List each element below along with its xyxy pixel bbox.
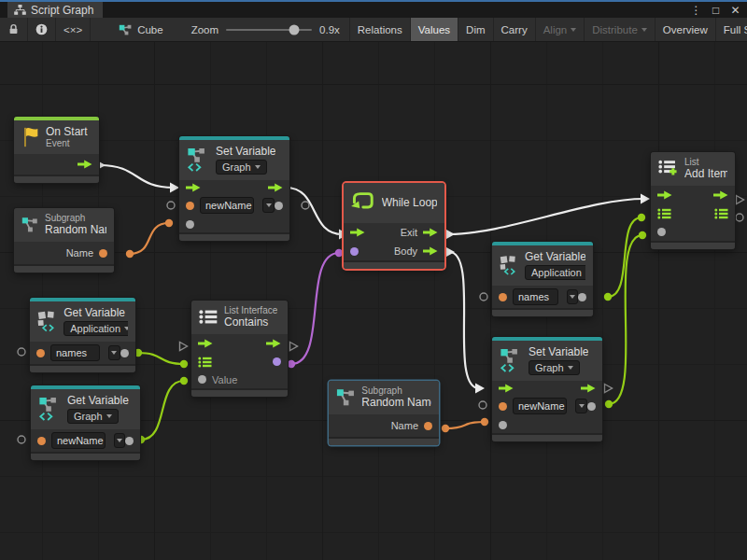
flow-input-port[interactable] [499, 384, 514, 393]
flow-output-port[interactable] [581, 384, 596, 393]
tab-script-graph[interactable]: Script Graph [7, 2, 103, 18]
variable-name-dropdown[interactable]: names [50, 344, 100, 361]
name-input-port[interactable] [37, 437, 46, 445]
variable-scope-dropdown[interactable]: Graph [216, 160, 267, 175]
toolbar-button-distribute[interactable]: Distribute [584, 18, 655, 41]
graph-canvas[interactable]: On Start Event [0, 42, 747, 560]
flow-input-port[interactable] [350, 228, 365, 237]
value-output-port[interactable] [120, 349, 129, 357]
info-icon[interactable] [28, 18, 56, 41]
unconnected-port-circle[interactable] [302, 202, 309, 209]
unconnected-port-circle[interactable] [479, 401, 486, 409]
toolbar-button-align[interactable]: Align [535, 18, 585, 41]
list-output-port[interactable] [714, 208, 728, 219]
wire-set-variable-to-while-loop[interactable] [286, 188, 343, 234]
flow-output-port[interactable] [713, 190, 728, 200]
node-footer [14, 264, 114, 273]
window-menu-icon[interactable]: ⋮ [688, 3, 704, 18]
toolbar-button-fullscreen[interactable]: Full Screen [715, 18, 747, 41]
node-add-item[interactable]: List Add Item [651, 152, 735, 249]
wire-names-to-contains-list[interactable] [138, 353, 184, 364]
wire-random-name-to-set-variable-right-value[interactable] [445, 422, 485, 428]
node-set-variable-top[interactable]: Set Variable Graph newName [179, 136, 289, 241]
flow-input-port[interactable] [657, 190, 672, 200]
variable-scope-dropdown[interactable]: Application [63, 321, 128, 336]
unconnected-flow-triangle[interactable] [737, 196, 744, 204]
variable-name-dropdown[interactable]: newName [513, 398, 567, 414]
node-contains[interactable]: List Interface Contains [191, 301, 288, 397]
variable-name-dropdown-button[interactable] [567, 289, 578, 304]
node-while-loop[interactable]: While Loop Exit Body [344, 183, 444, 269]
name-input-port[interactable] [499, 293, 507, 301]
variable-name-dropdown[interactable]: newName [200, 197, 254, 214]
item-input-port[interactable] [657, 228, 666, 236]
condition-input-port[interactable] [350, 247, 359, 256]
toolbar-button-dim[interactable]: Dim [458, 18, 492, 41]
value-input-port[interactable] [186, 220, 194, 229]
variable-scope-dropdown[interactable]: Graph [67, 409, 119, 424]
toolbar-button-overview[interactable]: Overview [655, 18, 715, 41]
variable-name-dropdown-button[interactable] [108, 345, 120, 360]
toolbar-button-values[interactable]: Values [410, 18, 458, 41]
wire-contains-to-while-condition[interactable] [291, 253, 339, 364]
lock-icon[interactable] [0, 18, 28, 41]
variable-name-dropdown-button[interactable] [575, 399, 587, 413]
node-on-start[interactable]: On Start Event [14, 117, 99, 183]
variable-name-dropdown[interactable]: newName [51, 432, 106, 449]
zoom-slider-handle[interactable] [289, 24, 299, 35]
node-set-variable-right[interactable]: Set Variable Graph newName [492, 337, 602, 441]
flow-input-port[interactable] [186, 183, 201, 192]
name-input-port[interactable] [36, 349, 45, 357]
wire-random-name-to-set-variable-value[interactable] [130, 223, 169, 254]
wire-while-exit-to-add-item[interactable] [449, 199, 644, 234]
variable-scope-dropdown[interactable]: Application [525, 265, 585, 280]
result-output-port[interactable] [273, 357, 281, 366]
name-output-port[interactable] [99, 249, 107, 258]
unconnected-port-circle[interactable] [736, 214, 743, 221]
wire-on-start-to-set-variable[interactable] [100, 165, 174, 188]
toolbar-button-relations[interactable]: Relations [349, 18, 410, 41]
node-get-variable-app-right[interactable]: Get Variable Application names [492, 242, 593, 316]
window-maximize-icon[interactable]: □ [708, 3, 724, 18]
value-output-port[interactable] [275, 202, 283, 210]
unconnected-port-circle[interactable] [167, 202, 175, 209]
value-input-port[interactable] [499, 421, 507, 429]
flow-input-port[interactable] [198, 339, 213, 348]
unconnected-port-circle[interactable] [18, 348, 25, 356]
exit-flow-output-port[interactable]: Exit [401, 227, 438, 238]
name-input-port[interactable] [186, 202, 194, 210]
name-input-port[interactable] [499, 402, 507, 411]
unconnected-port-circle[interactable] [480, 293, 487, 301]
node-get-variable-app-left[interactable]: Get Variable Application names [30, 298, 135, 372]
flow-output-port[interactable] [268, 183, 283, 192]
value-output-port[interactable] [587, 402, 596, 411]
variable-name-dropdown-button[interactable] [114, 433, 126, 448]
node-subgraph-bottom[interactable]: Subgraph Random Name Name [329, 381, 439, 445]
unconnected-flow-triangle[interactable] [605, 385, 613, 393]
unconnected-flow-triangle[interactable] [180, 343, 188, 351]
graph-target[interactable]: Cube [111, 18, 171, 41]
value-output-port[interactable] [578, 293, 586, 301]
body-flow-output-port[interactable]: Body [394, 245, 438, 257]
wire-newname-to-contains-value[interactable] [141, 381, 184, 440]
variable-name-dropdown[interactable]: names [513, 288, 558, 305]
list-input-port[interactable] [198, 357, 212, 368]
value-input-port[interactable] [198, 375, 206, 384]
code-view-icon[interactable]: <×> [56, 18, 91, 41]
value-output-port[interactable] [125, 437, 134, 445]
list-input-port[interactable] [657, 208, 671, 219]
wire-while-body-to-set-variable[interactable] [449, 252, 479, 388]
unconnected-port-circle[interactable] [18, 436, 25, 443]
flow-output-port[interactable] [78, 160, 92, 169]
variable-scope-dropdown[interactable]: Graph [529, 360, 580, 375]
zoom-slider[interactable] [226, 29, 312, 31]
node-get-variable-graph[interactable]: Get Variable Graph newName [31, 385, 140, 460]
name-output-port[interactable] [424, 422, 432, 430]
wire-set-variable-out-to-add-item-item[interactable] [609, 235, 642, 404]
window-close-icon[interactable]: ✕ [727, 3, 743, 18]
unconnected-flow-triangle[interactable] [290, 343, 298, 351]
node-subgraph-left[interactable]: Subgraph Random Name Name [14, 208, 114, 273]
variable-name-dropdown-button[interactable] [262, 198, 275, 213]
toolbar-button-carry[interactable]: Carry [493, 18, 535, 41]
flow-output-port[interactable] [266, 339, 281, 348]
